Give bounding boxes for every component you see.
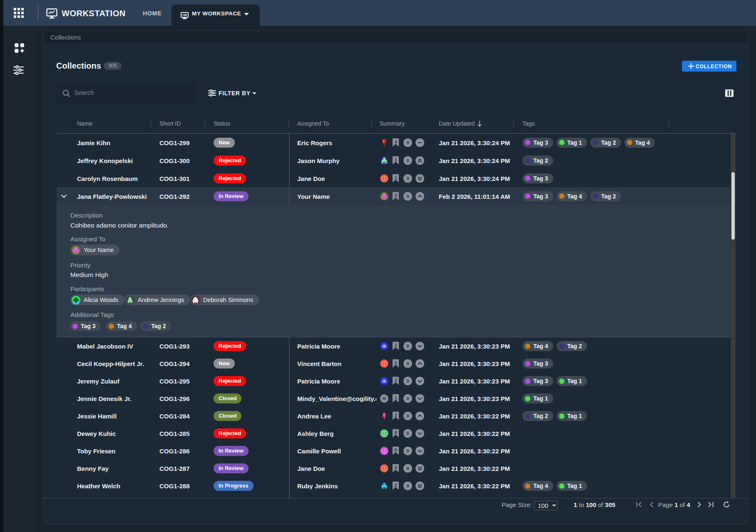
svg-text:0: 0 xyxy=(406,413,409,418)
svg-text:0: 0 xyxy=(406,396,409,401)
svg-text:3: 3 xyxy=(394,193,397,198)
svg-text:2: 2 xyxy=(394,413,397,418)
svg-text:2: 2 xyxy=(394,343,397,348)
svg-text:0: 0 xyxy=(406,158,409,163)
svg-text:1: 1 xyxy=(394,395,397,400)
svg-text:0: 0 xyxy=(406,466,409,471)
svg-text:0: 0 xyxy=(406,448,409,453)
svg-text:0: 0 xyxy=(406,194,409,199)
svg-text:0: 0 xyxy=(406,379,409,384)
svg-text:1: 1 xyxy=(394,157,397,162)
svg-text:0: 0 xyxy=(406,176,409,181)
svg-text:0: 0 xyxy=(394,430,397,435)
svg-text:1: 1 xyxy=(394,360,397,365)
svg-text:2: 2 xyxy=(394,378,397,383)
svg-text:0: 0 xyxy=(406,431,409,436)
svg-text:4: 4 xyxy=(394,139,397,144)
svg-text:0: 0 xyxy=(394,465,397,470)
svg-text:0: 0 xyxy=(406,140,409,145)
svg-text:0: 0 xyxy=(394,448,397,453)
svg-text:0: 0 xyxy=(406,361,409,366)
svg-text:2: 2 xyxy=(394,483,397,487)
svg-text:0: 0 xyxy=(406,344,409,349)
svg-text:M: M xyxy=(383,396,386,401)
svg-text:0: 0 xyxy=(406,483,409,488)
svg-text:1: 1 xyxy=(394,175,397,180)
